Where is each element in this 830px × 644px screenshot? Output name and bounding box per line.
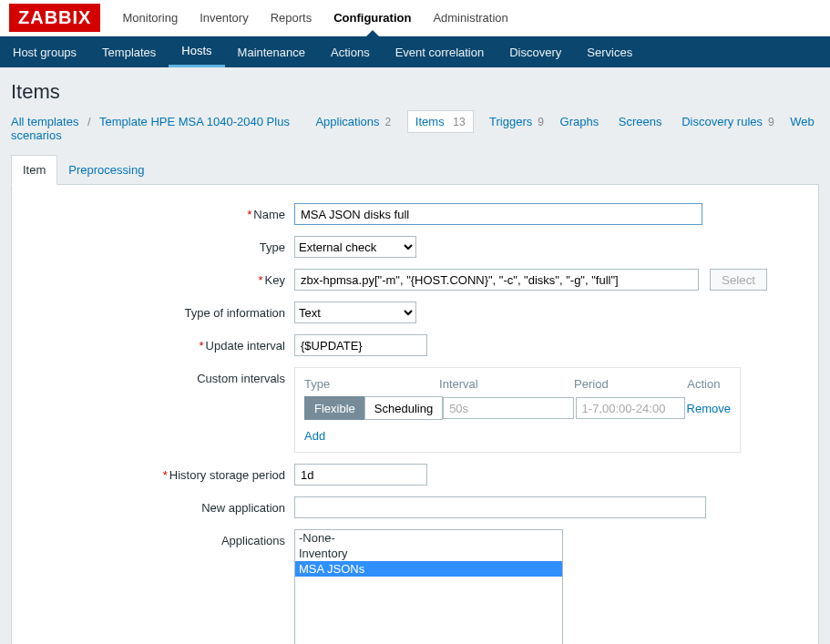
- topnav-administration[interactable]: Administration: [422, 0, 518, 36]
- input-interval[interactable]: [443, 397, 574, 419]
- interval-type-toggle: Flexible Scheduling: [304, 396, 443, 420]
- subnav-eventcorr[interactable]: Event correlation: [383, 36, 497, 67]
- subnav-hostgroups[interactable]: Host groups: [0, 36, 89, 67]
- tab-preprocessing[interactable]: Preprocessing: [57, 156, 155, 184]
- logo: ZABBIX: [9, 4, 100, 32]
- input-newapp[interactable]: [294, 496, 706, 518]
- topnav-configuration[interactable]: Configuration: [323, 0, 422, 36]
- bc-template-name[interactable]: Template HPE MSA 1040-2040 Plus: [99, 115, 290, 128]
- label-history: *History storage period: [21, 464, 294, 482]
- hdr-type: Type: [304, 377, 439, 391]
- hdr-interval: Interval: [439, 377, 574, 391]
- label-custom: Custom intervals: [21, 367, 294, 385]
- sub-nav: Host groups Templates Hosts Maintenance …: [0, 36, 830, 67]
- label-info: Type of information: [21, 302, 294, 320]
- bc-applications[interactable]: Applications: [315, 115, 379, 128]
- subnav-discovery[interactable]: Discovery: [497, 36, 574, 67]
- label-newapp: New application: [21, 496, 294, 515]
- bc-screens[interactable]: Screens: [619, 115, 662, 128]
- tab-item[interactable]: Item: [11, 155, 57, 185]
- bc-items[interactable]: Items: [415, 115, 445, 128]
- bc-sep: /: [87, 115, 91, 128]
- subnav-services[interactable]: Services: [574, 36, 645, 67]
- bc-graphs[interactable]: Graphs: [560, 115, 599, 128]
- page-title: Items: [11, 80, 819, 104]
- select-info[interactable]: Text: [294, 302, 416, 323]
- remove-link[interactable]: Remove: [687, 402, 731, 415]
- app-opt-inventory[interactable]: Inventory: [295, 546, 562, 561]
- topnav-inventory[interactable]: Inventory: [189, 0, 259, 36]
- custom-intervals-box: Type Interval Period Action Flexible Sch…: [294, 367, 741, 453]
- bc-discovery-count: 9: [768, 116, 774, 128]
- inner-tabs: Item Preprocessing: [11, 155, 819, 184]
- hdr-action: Action: [687, 377, 731, 391]
- label-update: *Update interval: [21, 334, 294, 353]
- top-nav: ZABBIX Monitoring Inventory Reports Conf…: [0, 0, 830, 36]
- add-link[interactable]: Add: [304, 429, 325, 443]
- label-name: *Name: [21, 203, 294, 221]
- bc-triggers[interactable]: Triggers: [489, 115, 532, 128]
- label-apps: Applications: [21, 529, 294, 547]
- input-update[interactable]: [294, 334, 427, 356]
- input-name[interactable]: [294, 203, 702, 225]
- label-type: Type: [21, 236, 294, 254]
- subnav-hosts[interactable]: Hosts: [169, 36, 224, 67]
- bc-items-count: 13: [453, 116, 465, 128]
- breadcrumbs: All templates / Template HPE MSA 1040-20…: [11, 115, 819, 142]
- input-history[interactable]: [294, 464, 427, 486]
- app-opt-msajsons[interactable]: MSA JSONs: [295, 561, 562, 577]
- apps-multiselect[interactable]: -None- Inventory MSA JSONs: [294, 529, 563, 644]
- subnav-maintenance[interactable]: Maintenance: [225, 36, 318, 67]
- app-opt-none[interactable]: -None-: [295, 530, 562, 546]
- input-period[interactable]: [576, 397, 685, 419]
- bc-triggers-count: 9: [538, 116, 544, 128]
- label-key: *Key: [21, 269, 294, 287]
- btn-scheduling[interactable]: Scheduling: [364, 396, 443, 420]
- bc-all-templates[interactable]: All templates: [11, 115, 78, 128]
- bc-discovery[interactable]: Discovery rules: [681, 115, 763, 128]
- topnav-reports[interactable]: Reports: [260, 0, 323, 36]
- subnav-actions[interactable]: Actions: [318, 36, 383, 67]
- bc-applications-count: 2: [385, 116, 392, 128]
- btn-flexible[interactable]: Flexible: [304, 396, 364, 420]
- key-select-button[interactable]: Select: [710, 269, 767, 291]
- select-type[interactable]: External check: [294, 236, 416, 258]
- form-panel: *Name Type External check *Key Select Ty…: [11, 184, 819, 644]
- subnav-templates[interactable]: Templates: [89, 36, 169, 67]
- hdr-period: Period: [574, 377, 687, 391]
- input-key[interactable]: [294, 269, 699, 291]
- topnav-monitoring[interactable]: Monitoring: [111, 0, 189, 36]
